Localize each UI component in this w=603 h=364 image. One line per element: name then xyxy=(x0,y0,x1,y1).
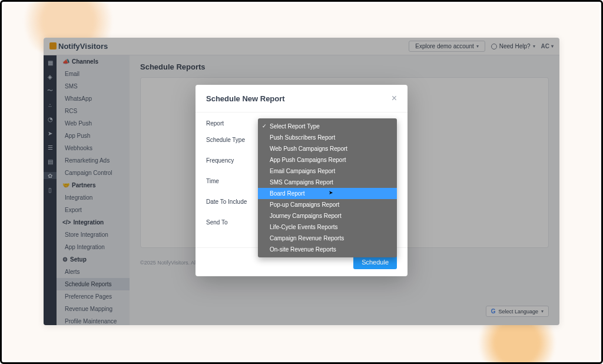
schedule-report-modal: Schedule New Report × Report Select Repo… xyxy=(196,85,407,276)
dropdown-option[interactable]: Email Campaigns Report xyxy=(258,166,397,177)
dropdown-option[interactable]: SMS Campaigns Report xyxy=(258,177,397,188)
dropdown-option[interactable]: Board Report➤ xyxy=(258,188,397,199)
label-send-to: Send To xyxy=(206,217,258,226)
dropdown-option[interactable]: Life-Cycle Events Reports xyxy=(258,221,397,233)
dropdown-option[interactable]: On-site Revenue Reports xyxy=(258,244,397,255)
label-date-include: Date To Include xyxy=(206,197,258,205)
app-window: NotifyVisitors Explore demo account ▾ Ne… xyxy=(44,38,559,325)
label-schedule-type: Schedule Type xyxy=(206,135,258,143)
dropdown-option[interactable]: Web Push Campaigns Report xyxy=(258,143,397,154)
report-type-dropdown[interactable]: Select Report TypePush Subscribers Repor… xyxy=(258,118,397,257)
label-time: Time xyxy=(206,176,258,184)
label-report: Report xyxy=(206,118,258,127)
dropdown-option[interactable]: App Push Campaigns Report xyxy=(258,154,397,166)
modal-title: Schedule New Report xyxy=(206,94,285,103)
dropdown-option[interactable]: Push Subscribers Report xyxy=(258,132,397,143)
dropdown-option[interactable]: Pop-up Campaigns Report xyxy=(258,199,397,210)
dropdown-option[interactable]: Journey Campaigns Report xyxy=(258,210,397,221)
cursor-icon: ➤ xyxy=(329,190,333,196)
dropdown-option[interactable]: Campaign Revenue Reports xyxy=(258,233,397,244)
modal-overlay[interactable]: Schedule New Report × Report Select Repo… xyxy=(44,38,559,325)
close-icon[interactable]: × xyxy=(392,93,397,104)
label-frequency: Frequency xyxy=(206,155,258,164)
dropdown-option[interactable]: Select Report Type xyxy=(258,121,397,132)
